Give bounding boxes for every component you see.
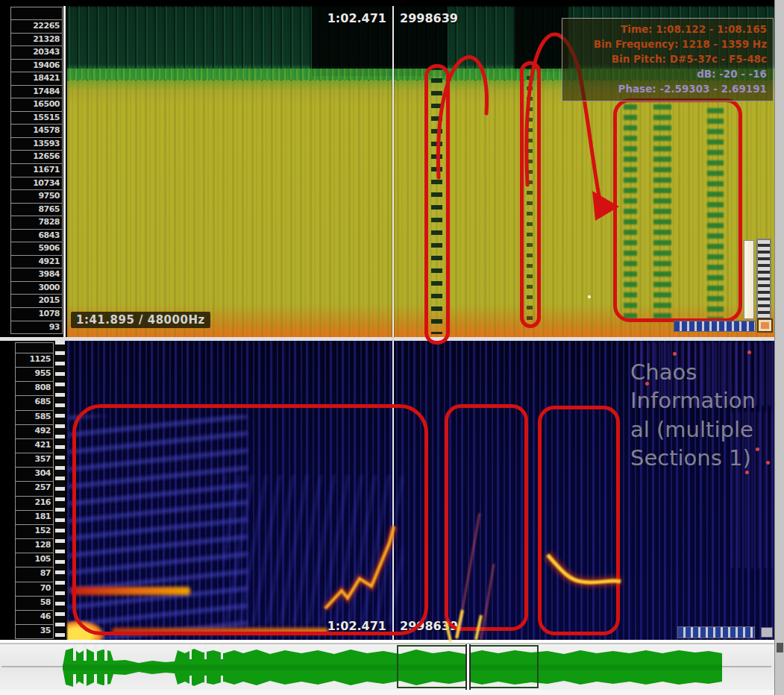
waveform-gap [94, 674, 97, 690]
frequency-tick: 20343 [10, 45, 63, 60]
piano-key-strip[interactable] [55, 341, 65, 641]
annotation-rect-chaos-region [613, 98, 742, 322]
annotation-rect-section3 [538, 406, 620, 635]
bottom-frequency-ticks: 1125955808685585492421357304257216181152… [15, 353, 54, 639]
frequency-tick: 105 [15, 553, 54, 567]
waveform-gap [104, 674, 107, 690]
frequency-tick: 87 [15, 567, 54, 582]
vertical-zoom-slider[interactable] [744, 240, 754, 319]
frequency-tick: 16500 [10, 98, 63, 112]
bottom-margin [0, 690, 784, 695]
waveform-gap [189, 676, 192, 690]
waveform-gap [221, 644, 223, 659]
waveform-gap [204, 676, 207, 690]
frequency-tick: 152 [15, 524, 54, 539]
frequency-tick: 17484 [10, 85, 63, 99]
annotation-rect-section1 [72, 404, 428, 635]
frequency-tick: 93 [10, 321, 63, 335]
waveform-gap [73, 674, 76, 690]
hot-pixel [766, 461, 770, 465]
chaos-annotation-text: Chaos Informational (multiple Sections 1… [630, 358, 759, 472]
frequency-tick: 19406 [10, 59, 63, 73]
frequency-tick: 808 [15, 381, 54, 396]
frequency-tick: 3984 [10, 268, 63, 282]
annotation-rect-section2 [445, 404, 528, 631]
frequency-tick: 18421 [10, 72, 63, 86]
frequency-tick: 21328 [10, 33, 63, 47]
horizontal-scroll-gauge-top[interactable] [674, 321, 756, 332]
top-frequency-ticks: 2226521328203431940618421174841650015515… [10, 20, 63, 334]
frequency-tick: 128 [15, 538, 54, 553]
bottom-frequency-scale[interactable]: 1125955808685585492421357304257216181152… [0, 341, 67, 641]
frequency-tick: 14578 [10, 124, 63, 138]
frequency-tick: 421 [15, 438, 54, 453]
frequency-scale-header [10, 7, 63, 20]
top-frequency-scale[interactable]: 2226521328203431940618421174841650015515… [0, 0, 67, 337]
playhead-top[interactable] [392, 6, 394, 337]
waveform-overview-graphic [0, 644, 774, 690]
cursor-time-label-top: 1:02.471 [316, 11, 386, 25]
frequency-tick: 46 [15, 610, 54, 625]
vertical-segment-gauge[interactable] [756, 239, 771, 321]
tooltip-phase: Phase: -2.59303 - 2.69191 [568, 81, 767, 96]
frequency-tick: 7828 [10, 216, 63, 230]
right-scrollbar[interactable] [774, 0, 784, 695]
frequency-tick: 6843 [10, 229, 63, 243]
waveform-gap [94, 644, 97, 661]
waveform-gap [84, 674, 87, 690]
frequency-tick: 216 [15, 496, 54, 511]
waveform-overview[interactable] [0, 644, 774, 690]
frequency-tick: 58 [15, 596, 54, 611]
frequency-tick: 492 [15, 424, 54, 439]
frequency-tick: 585 [15, 410, 54, 425]
tooltip-bin-pitch: Bin Pitch: D#5-37c - F5-48c [568, 51, 767, 66]
bin-info-tooltip: Time: 1:08.122 - 1:08.165 Bin Frequency:… [562, 18, 774, 101]
frequency-tick: 15515 [10, 111, 63, 125]
frequency-tick: 1078 [10, 307, 63, 321]
hot-pixel [747, 350, 751, 354]
corner-button-top[interactable] [757, 318, 773, 333]
frequency-tick: 1125 [15, 353, 54, 368]
waveform-gap [104, 644, 107, 661]
tooltip-bin-frequency: Bin Frequency: 1218 - 1359 Hz [568, 37, 767, 51]
waveform-gap [73, 644, 76, 661]
waveform-gap [204, 644, 207, 659]
tooltip-db: dB: -20 - -16 [568, 66, 767, 81]
frequency-tick: 181 [15, 510, 54, 525]
hot-pixel [673, 352, 677, 356]
frequency-tick: 11671 [10, 163, 63, 177]
position-status: 1:41.895 / 48000Hz [71, 312, 210, 328]
frequency-tick: 4921 [10, 255, 63, 269]
frequency-tick: 10734 [10, 177, 63, 191]
corner-button-bottom[interactable] [761, 627, 773, 638]
frequency-tick: 955 [15, 367, 54, 382]
scale-separator [63, 6, 66, 337]
frequency-tick: 35 [15, 624, 54, 639]
frequency-tick: 9750 [10, 189, 63, 204]
frequency-tick: 13593 [10, 137, 63, 151]
waveform-playhead[interactable] [465, 644, 471, 690]
silence-column [515, 6, 568, 72]
horizontal-scroll-gauge-bottom[interactable] [677, 626, 755, 638]
frequency-tick: 12656 [10, 150, 63, 164]
frequency-tick: 70 [15, 582, 54, 597]
frequency-tick: 257 [15, 481, 54, 496]
frequency-tick: 685 [15, 395, 54, 410]
waveform-gap [84, 644, 87, 661]
spectral-editor-window: 2226521328203431940618421174841650015515… [0, 0, 784, 695]
frequency-tick: 2015 [10, 294, 63, 308]
frequency-tick: 8765 [10, 203, 63, 217]
annotation-rect-ladder1 [424, 64, 450, 345]
frequency-tick: 5906 [10, 242, 63, 256]
frequency-tick: 22265 [10, 19, 63, 34]
frequency-tick: 3000 [10, 281, 63, 295]
tooltip-time: Time: 1:08.122 - 1:08.165 [568, 22, 767, 37]
scrollbar-thumb[interactable] [777, 643, 783, 652]
annotation-rect-ladder2 [520, 61, 541, 328]
waveform-gap [189, 644, 192, 659]
cursor-dot [588, 295, 591, 298]
frequency-tick: 304 [15, 467, 54, 482]
waveform-gap [221, 676, 223, 690]
cursor-sample-label-top: 2998639 [400, 11, 458, 25]
frequency-scale-header [15, 342, 54, 353]
